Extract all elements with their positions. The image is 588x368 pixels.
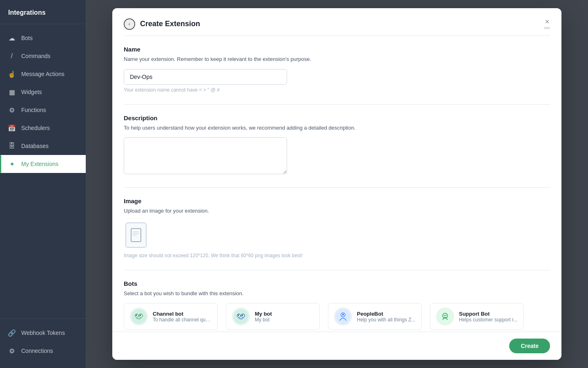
people-bot-avatar (334, 307, 352, 325)
bots-section-title: Bots (124, 280, 550, 287)
sidebar-item-label: Message Actions (21, 71, 65, 77)
sidebar-item-bots[interactable]: ☁ Bots (0, 29, 86, 47)
sidebar-item-message-actions[interactable]: ☝ Message Actions (0, 65, 86, 83)
description-section: Description To help users understand how… (124, 114, 550, 176)
sidebar-item-label: My Extensions (21, 161, 58, 167)
svg-point-9 (234, 309, 248, 324)
description-section-title: Description (124, 114, 550, 121)
close-x-icon: × (545, 18, 550, 25)
extension-description-textarea[interactable] (124, 137, 287, 174)
my-bot-desc: My bot (255, 317, 314, 323)
divider-2 (124, 187, 550, 188)
channel-bot-avatar (130, 307, 148, 325)
create-button[interactable]: Create (509, 339, 550, 353)
sidebar-item-label: Databases (21, 143, 49, 149)
my-bot-name: My bot (255, 311, 314, 317)
image-section-title: Image (124, 197, 550, 204)
sidebar-item-label: Bots (21, 35, 33, 41)
support-bot-info: Support Bot Helps customer support r... (459, 311, 518, 323)
image-section: Image Upload an image for your extension… (124, 197, 550, 258)
image-hint: Image size should not exceed 120*120. We… (124, 253, 550, 258)
gear-icon: ⚙ (8, 347, 16, 355)
svg-point-8 (140, 315, 141, 316)
extension-name-input[interactable] (124, 69, 287, 85)
star-icon: ✦ (8, 160, 16, 168)
image-section-desc: Upload an image for your extension. (124, 207, 550, 215)
bot-card-people-bot[interactable]: PeopleBot Help you with all things Z... (328, 303, 422, 330)
sidebar-item-functions[interactable]: ⚙ Functions (0, 101, 86, 119)
sidebar-item-label: Functions (21, 107, 46, 113)
sidebar: Integrations ☁ Bots / Commands ☝ Message… (0, 0, 86, 368)
support-bot-desc: Helps customer support r... (459, 317, 518, 323)
svg-point-16 (342, 314, 344, 315)
sidebar-item-commands[interactable]: / Commands (0, 47, 86, 65)
sidebar-nav: ☁ Bots / Commands ☝ Message Actions ▦ Wi… (0, 24, 86, 319)
modal-footer: Create (112, 332, 561, 360)
people-bot-name: PeopleBot (357, 311, 416, 317)
support-bot-name: Support Bot (459, 311, 518, 317)
active-indicator (0, 155, 1, 173)
main-area: ‹ Create Extension × esc Name Name your … (86, 0, 588, 368)
bots-section-desc: Select a bot you wish to bundle with thi… (124, 289, 550, 298)
my-bot-avatar (232, 307, 250, 325)
sidebar-item-label: Connections (21, 348, 53, 354)
sidebar-item-databases[interactable]: 🗄 Databases (0, 137, 86, 155)
bot-card-my-bot[interactable]: My bot My bot (226, 303, 320, 330)
sidebar-item-webhook-tokens[interactable]: 🔗 Webhook Tokens (0, 324, 86, 342)
bots-grid: Channel bot To handle all channel quer..… (124, 303, 550, 330)
bot-card-support-bot[interactable]: Support Bot Helps customer support r... (430, 303, 524, 330)
divider-1 (124, 104, 550, 105)
sidebar-item-label: Webhook Tokens (21, 330, 65, 336)
svg-point-7 (136, 315, 137, 316)
sidebar-header: Integrations (0, 0, 86, 24)
calendar-icon: 📅 (8, 124, 16, 132)
sidebar-item-widgets[interactable]: ▦ Widgets (0, 83, 86, 101)
cloud-icon: ☁ (8, 34, 16, 42)
name-section-desc: Name your extension. Remember to keep it… (124, 55, 550, 63)
my-bot-info: My bot My bot (255, 311, 314, 323)
bot-card-channel-bot[interactable]: Channel bot To handle all channel quer..… (124, 303, 218, 330)
name-input-hint: Your extension name cannot have < > " @ … (124, 87, 550, 93)
svg-point-12 (238, 315, 239, 316)
description-section-desc: To help users understand how your extens… (124, 124, 550, 132)
sidebar-item-label: Commands (21, 53, 51, 59)
svg-point-20 (445, 315, 446, 316)
people-bot-info: PeopleBot Help you with all things Z... (357, 311, 416, 323)
image-upload-button[interactable] (124, 221, 148, 249)
svg-point-13 (242, 315, 243, 316)
finger-icon: ☝ (8, 70, 16, 78)
sidebar-item-label: Schedulers (21, 125, 50, 131)
slash-icon: / (8, 52, 16, 60)
sidebar-item-label: Widgets (21, 89, 42, 95)
database-icon: 🗄 (8, 142, 16, 150)
bots-section: Bots Select a bot you wish to bundle wit… (124, 280, 550, 330)
channel-bot-info: Channel bot To handle all channel quer..… (153, 311, 212, 323)
link-icon: 🔗 (8, 329, 16, 337)
modal-back-button[interactable]: ‹ (124, 18, 135, 30)
close-esc-label: esc (544, 26, 550, 30)
image-upload-icon (125, 222, 147, 248)
sidebar-title: Integrations (8, 9, 46, 16)
sidebar-bottom: 🔗 Webhook Tokens ⚙ Connections (0, 319, 86, 368)
create-extension-modal: ‹ Create Extension × esc Name Name your … (112, 8, 561, 360)
modal-body: Name Name your extension. Remember to ke… (112, 36, 561, 360)
support-bot-avatar (436, 307, 454, 325)
modal-close-button[interactable]: × esc (544, 18, 550, 30)
gear-circle-icon: ⚙ (8, 106, 16, 114)
channel-bot-name: Channel bot (153, 311, 212, 317)
svg-point-4 (131, 309, 146, 324)
people-bot-desc: Help you with all things Z... (357, 317, 416, 323)
grid-icon: ▦ (8, 88, 16, 96)
back-chevron-icon: ‹ (129, 21, 130, 27)
modal-header: ‹ Create Extension × esc (112, 8, 561, 30)
sidebar-item-connections[interactable]: ⚙ Connections (0, 342, 86, 360)
sidebar-item-schedulers[interactable]: 📅 Schedulers (0, 119, 86, 137)
name-section-title: Name (124, 46, 550, 53)
channel-bot-desc: To handle all channel quer... (153, 317, 212, 323)
svg-point-19 (444, 315, 445, 316)
name-section: Name Name your extension. Remember to ke… (124, 46, 550, 93)
divider-3 (124, 270, 550, 270)
sidebar-item-my-extensions[interactable]: ✦ My Extensions (0, 155, 86, 173)
modal-title: Create Extension (140, 20, 200, 28)
